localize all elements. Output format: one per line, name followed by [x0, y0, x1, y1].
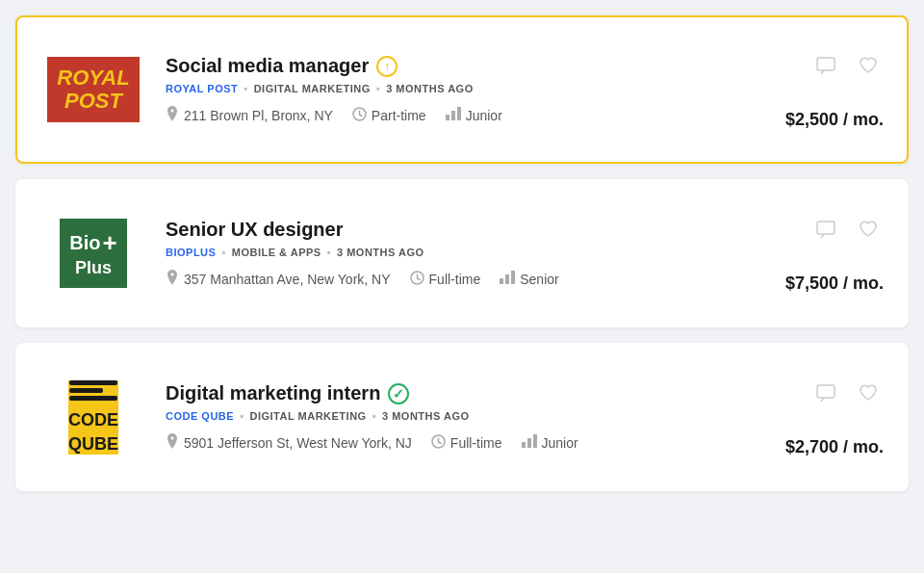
clock-icon: [352, 107, 367, 124]
job-category: DIGITAL MARKETING: [254, 83, 371, 94]
company-name: BIOPLUS: [166, 247, 216, 258]
time-ago: 3 MONTHS AGO: [386, 83, 474, 94]
comment-button[interactable]: [810, 378, 841, 408]
level-icon: [446, 107, 461, 123]
svg-rect-8: [511, 271, 515, 284]
employment-detail: Full-time: [410, 271, 481, 288]
featured-badge: ↑: [376, 56, 398, 77]
job-details: 211 Brown Pl, Bronx, NY Part-time Junior: [166, 106, 749, 124]
svg-rect-4: [817, 58, 834, 70]
job-title-row: Senior UX designer: [166, 219, 749, 241]
job-card[interactable]: ROYALPOSTSocial media manager↑ROYAL POST…: [15, 15, 909, 164]
meta-separator: •: [244, 83, 247, 94]
job-title-row: Digital marketing intern✓: [166, 382, 749, 404]
royal-post-logo: ROYALPOST: [47, 57, 139, 122]
job-title-row: Social media manager↑: [166, 55, 749, 77]
location-detail: 357 Manhattan Ave, New York, NY: [166, 270, 391, 288]
favorite-button[interactable]: [853, 378, 884, 408]
company-name: CODE QUBE: [166, 410, 234, 422]
job-actions: $2,700 / mo.: [768, 378, 884, 457]
svg-rect-2: [451, 111, 455, 120]
company-logo: Bio+ Plus: [40, 200, 146, 306]
action-icons: [810, 378, 884, 408]
salary: $2,700 / mo.: [785, 437, 884, 457]
job-info: Digital marketing intern✓CODE QUBE•DIGIT…: [166, 382, 749, 452]
level-detail: Junior: [522, 434, 578, 451]
meta-separator2: •: [372, 410, 376, 422]
job-title-text: Senior UX designer: [166, 219, 344, 241]
clock-icon: [431, 434, 446, 452]
favorite-button[interactable]: [853, 50, 884, 81]
comment-button[interactable]: [810, 214, 841, 245]
svg-rect-12: [527, 438, 531, 448]
location-detail: 5901 Jefferson St, West New York, NJ: [166, 433, 412, 452]
job-card[interactable]: CODE QUBE Digital marketing intern✓CODE …: [15, 343, 909, 491]
job-meta: BIOPLUS•MOBILE & APPS•3 MONTHS AGO: [166, 247, 749, 258]
job-card[interactable]: Bio+ Plus Senior UX designerBIOPLUS•MOBI…: [15, 179, 909, 327]
level-text: Senior: [520, 272, 558, 287]
clock-icon: [410, 271, 424, 288]
job-title-text: Digital marketing intern: [166, 382, 380, 404]
location-text: 357 Manhattan Ave, New York, NY: [184, 272, 391, 287]
employment-detail: Full-time: [431, 434, 502, 452]
location-text: 211 Brown Pl, Bronx, NY: [184, 108, 333, 123]
location-icon: [166, 433, 179, 452]
job-title-text: Social media manager: [166, 55, 369, 77]
salary: $2,500 / mo.: [785, 110, 884, 130]
job-actions: $2,500 / mo.: [768, 50, 884, 130]
location-icon: [166, 106, 179, 124]
job-meta: CODE QUBE•DIGITAL MARKETING•3 MONTHS AGO: [166, 410, 749, 422]
codeqube-logo: CODE QUBE: [68, 380, 118, 455]
employment-type-text: Full-time: [429, 272, 481, 287]
level-icon: [500, 271, 515, 287]
level-text: Junior: [466, 108, 502, 123]
job-info: Senior UX designerBIOPLUS•MOBILE & APPS•…: [166, 219, 749, 288]
job-category: MOBILE & APPS: [232, 247, 321, 258]
svg-rect-6: [500, 278, 503, 284]
job-details: 357 Manhattan Ave, New York, NY Full-tim…: [166, 270, 749, 288]
svg-rect-9: [817, 221, 834, 234]
favorite-button[interactable]: [853, 214, 884, 245]
verified-badge: ✓: [388, 383, 409, 404]
company-name: ROYAL POST: [166, 83, 238, 94]
svg-rect-7: [505, 274, 509, 284]
level-detail: Junior: [446, 107, 502, 123]
job-details: 5901 Jefferson St, West New York, NJ Ful…: [166, 433, 749, 452]
comment-button[interactable]: [810, 50, 841, 81]
employment-type-text: Full-time: [450, 435, 502, 451]
job-actions: $7,500 / mo.: [768, 214, 884, 294]
svg-rect-11: [522, 442, 526, 448]
time-ago: 3 MONTHS AGO: [382, 410, 470, 422]
bioplus-logo: Bio+ Plus: [60, 219, 126, 288]
level-text: Junior: [542, 435, 578, 451]
company-logo: CODE QUBE: [40, 364, 146, 470]
meta-separator: •: [221, 247, 225, 258]
time-ago: 3 MONTHS AGO: [337, 247, 424, 258]
level-detail: Senior: [500, 271, 558, 287]
job-category: DIGITAL MARKETING: [249, 410, 366, 422]
level-icon: [522, 434, 537, 451]
svg-rect-3: [457, 107, 461, 120]
svg-rect-13: [533, 434, 537, 448]
employment-detail: Part-time: [352, 107, 426, 124]
company-logo: ROYALPOST: [40, 37, 146, 143]
meta-separator2: •: [376, 83, 380, 94]
job-meta: ROYAL POST•DIGITAL MARKETING•3 MONTHS AG…: [166, 83, 749, 94]
meta-separator2: •: [327, 247, 331, 258]
salary: $7,500 / mo.: [785, 273, 884, 294]
employment-type-text: Part-time: [372, 108, 426, 123]
action-icons: [810, 214, 884, 245]
meta-separator: •: [240, 410, 244, 422]
job-info: Social media manager↑ROYAL POST•DIGITAL …: [166, 55, 749, 124]
action-icons: [810, 50, 884, 81]
location-icon: [166, 270, 179, 288]
location-detail: 211 Brown Pl, Bronx, NY: [166, 106, 333, 124]
svg-rect-14: [817, 385, 834, 398]
svg-rect-1: [446, 115, 449, 120]
location-text: 5901 Jefferson St, West New York, NJ: [184, 435, 412, 451]
